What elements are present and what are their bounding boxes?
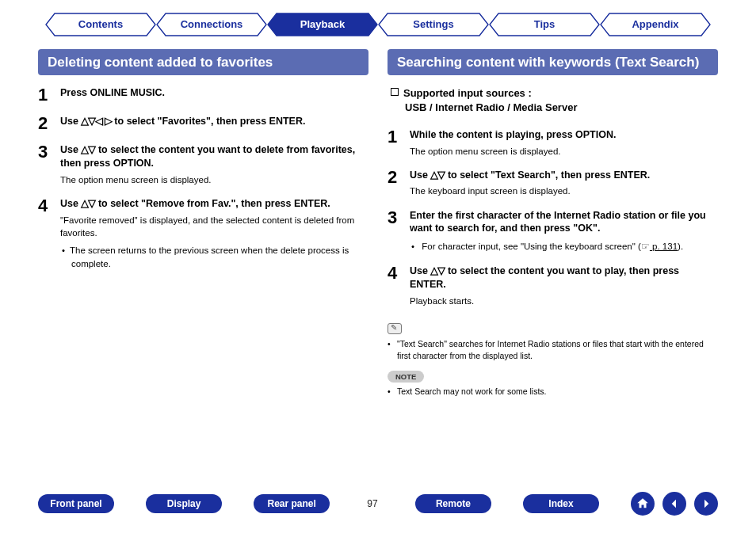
nav-remote[interactable]: Remote [415, 494, 491, 513]
page-link-131[interactable]: p. 131 [650, 242, 678, 251]
step-subtext: "Favorite removed" is displayed, and the… [60, 214, 368, 239]
top-tab-bar: Contents Connections Playback Settings T… [0, 0, 756, 43]
step-text: Press ONLINE MUSIC. [60, 86, 368, 100]
tab-tips[interactable]: Tips [489, 13, 600, 36]
home-button[interactable] [631, 492, 655, 516]
nav-front-panel[interactable]: Front panel [38, 494, 114, 513]
nav-display[interactable]: Display [146, 494, 222, 513]
step-text: Use △▽ to select "Text Search", then pre… [410, 169, 718, 182]
step-text: Use △▽ to select "Remove from Fav.", the… [60, 197, 368, 211]
step-number: 4 [38, 197, 60, 270]
step-number: 3 [38, 143, 60, 186]
step-number: 1 [38, 86, 60, 104]
supported-sources: Supported input sources : USB / Internet… [391, 86, 718, 115]
section-title-search: Searching content with keywords (Text Se… [388, 49, 718, 75]
step-text: Enter the first character of the Interne… [410, 209, 718, 236]
section-title-deleting: Deleting content added to favorites [38, 49, 368, 75]
tip-text: "Text Search" searches for Internet Radi… [388, 338, 718, 361]
note-text: Text Search may not work for some lists. [388, 386, 718, 398]
square-bullet-icon [391, 88, 399, 96]
step-number: 2 [38, 115, 60, 132]
step-number: 4 [388, 265, 410, 307]
tab-appendix[interactable]: Appendix [600, 13, 711, 36]
left-column: Deleting content added to favorites 1 Pr… [38, 49, 368, 402]
nav-index[interactable]: Index [523, 494, 599, 513]
right-column: Searching content with keywords (Text Se… [388, 49, 718, 402]
step-text: Use △▽ to select the content you want to… [60, 143, 368, 170]
step-number: 2 [388, 169, 410, 198]
tab-playback[interactable]: Playback [267, 13, 378, 36]
step-subtext: The option menu screen is displayed. [410, 145, 718, 158]
step-bullet: The screen returns to the previous scree… [71, 244, 368, 270]
arrow-updown-icon: △▽ [81, 144, 95, 155]
footer-bar: Front panel Display Rear panel 97 Remote… [0, 492, 756, 516]
step-subtext: The keyboard input screen is displayed. [410, 185, 718, 197]
tab-contents[interactable]: Contents [45, 13, 156, 36]
pencil-note-icon [388, 323, 402, 334]
step-subtext: The option menu screen is displayed. [60, 173, 368, 186]
nav-rear-panel[interactable]: Rear panel [254, 494, 330, 513]
step-subtext: Playback starts. [410, 295, 718, 307]
arrow-updown-icon: △▽ [81, 198, 95, 209]
step-number: 3 [388, 209, 410, 253]
arrow-all-icon: △▽◁ ▷ [81, 116, 111, 127]
tab-settings[interactable]: Settings [378, 13, 489, 36]
note-label: NOTE [388, 371, 424, 383]
arrow-updown-icon: △▽ [430, 169, 445, 181]
step-text: Use △▽ to select the content you want to… [410, 265, 718, 291]
step-bullet: For character input, see "Using the keyb… [421, 240, 718, 253]
arrow-updown-icon: △▽ [430, 265, 445, 276]
tab-connections[interactable]: Connections [156, 13, 267, 36]
next-page-button[interactable] [694, 492, 718, 516]
step-text: Use △▽◁ ▷ to select "Favorites", then pr… [60, 115, 368, 128]
hand-icon: ☞ [641, 242, 650, 251]
page-number: 97 [361, 498, 384, 509]
step-number: 1 [388, 128, 410, 158]
prev-page-button[interactable] [662, 492, 686, 516]
step-text: While the content is playing, press OPTI… [410, 128, 718, 142]
